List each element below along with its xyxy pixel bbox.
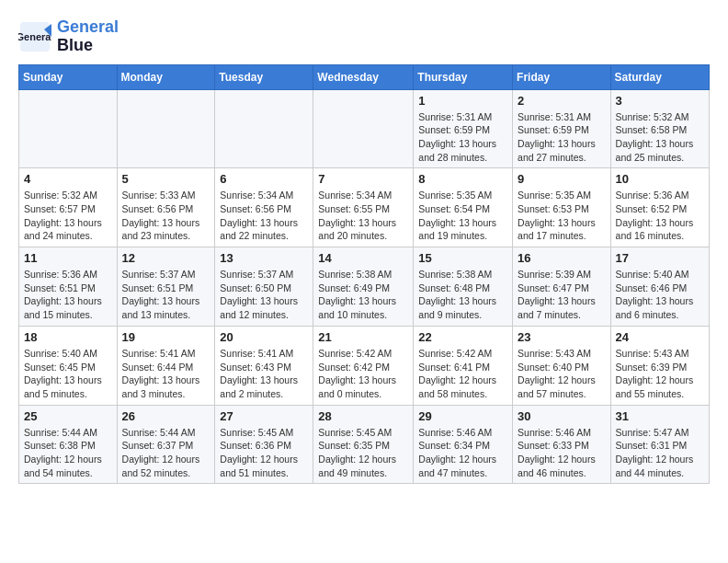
day-number: 27 (220, 409, 308, 423)
calendar-cell: 31Sunrise: 5:47 AMSunset: 6:31 PMDayligh… (610, 405, 709, 484)
calendar-cell: 23Sunrise: 5:43 AMSunset: 6:40 PMDayligh… (513, 326, 611, 405)
day-info: Sunrise: 5:42 AMSunset: 6:42 PMDaylight:… (318, 347, 408, 401)
day-number: 18 (24, 330, 112, 344)
day-info: Sunrise: 5:34 AMSunset: 6:55 PMDaylight:… (318, 189, 408, 243)
day-number: 15 (418, 251, 507, 265)
calendar-cell: 6Sunrise: 5:34 AMSunset: 6:56 PMDaylight… (215, 168, 313, 247)
day-info: Sunrise: 5:46 AMSunset: 6:34 PMDaylight:… (418, 426, 507, 480)
day-info: Sunrise: 5:31 AMSunset: 6:59 PMDaylight:… (518, 110, 606, 165)
calendar-cell: 20Sunrise: 5:41 AMSunset: 6:43 PMDayligh… (215, 326, 313, 405)
calendar-week-row: 1Sunrise: 5:31 AMSunset: 6:59 PMDaylight… (19, 89, 710, 168)
day-number: 28 (318, 409, 408, 423)
calendar-cell: 10Sunrise: 5:36 AMSunset: 6:52 PMDayligh… (610, 168, 709, 247)
calendar-cell: 24Sunrise: 5:43 AMSunset: 6:39 PMDayligh… (610, 326, 709, 405)
day-info: Sunrise: 5:45 AMSunset: 6:36 PMDaylight:… (220, 426, 308, 480)
day-number: 3 (616, 94, 704, 108)
day-number: 26 (122, 409, 210, 423)
calendar-header: SundayMondayTuesdayWednesdayThursdayFrid… (19, 64, 710, 89)
day-info: Sunrise: 5:38 AMSunset: 6:48 PMDaylight:… (418, 268, 507, 322)
day-info: Sunrise: 5:40 AMSunset: 6:45 PMDaylight:… (24, 347, 112, 401)
calendar-week-row: 25Sunrise: 5:44 AMSunset: 6:38 PMDayligh… (19, 405, 710, 484)
day-number: 23 (518, 330, 606, 344)
calendar-week-row: 11Sunrise: 5:36 AMSunset: 6:51 PMDayligh… (19, 247, 710, 327)
day-info: Sunrise: 5:43 AMSunset: 6:40 PMDaylight:… (518, 347, 606, 401)
day-number: 6 (220, 172, 308, 186)
logo-text: GeneralBlue (57, 18, 119, 55)
day-info: Sunrise: 5:34 AMSunset: 6:56 PMDaylight:… (220, 189, 308, 243)
logo: General GeneralBlue (18, 18, 119, 55)
day-number: 1 (418, 94, 507, 108)
calendar-cell: 19Sunrise: 5:41 AMSunset: 6:44 PMDayligh… (117, 326, 215, 405)
calendar-cell: 1Sunrise: 5:31 AMSunset: 6:59 PMDaylight… (414, 89, 513, 168)
day-info: Sunrise: 5:32 AMSunset: 6:57 PMDaylight:… (24, 189, 112, 243)
calendar-cell: 29Sunrise: 5:46 AMSunset: 6:34 PMDayligh… (414, 405, 513, 484)
calendar-cell (313, 89, 414, 168)
calendar-week-row: 18Sunrise: 5:40 AMSunset: 6:45 PMDayligh… (19, 326, 710, 405)
day-number: 24 (616, 330, 704, 344)
weekday-header: Thursday (414, 64, 513, 89)
weekday-header: Saturday (610, 64, 709, 89)
weekday-header: Monday (117, 64, 215, 89)
day-number: 31 (616, 409, 704, 423)
day-info: Sunrise: 5:44 AMSunset: 6:38 PMDaylight:… (24, 426, 112, 480)
calendar-cell: 9Sunrise: 5:35 AMSunset: 6:53 PMDaylight… (513, 168, 611, 247)
weekday-header: Sunday (19, 64, 118, 89)
calendar-cell: 18Sunrise: 5:40 AMSunset: 6:45 PMDayligh… (19, 326, 118, 405)
day-number: 21 (318, 330, 408, 344)
day-number: 19 (122, 330, 210, 344)
calendar-cell: 7Sunrise: 5:34 AMSunset: 6:55 PMDaylight… (313, 168, 414, 247)
day-info: Sunrise: 5:35 AMSunset: 6:54 PMDaylight:… (418, 189, 507, 243)
calendar-cell: 26Sunrise: 5:44 AMSunset: 6:37 PMDayligh… (117, 405, 215, 484)
calendar-cell: 13Sunrise: 5:37 AMSunset: 6:50 PMDayligh… (215, 247, 313, 327)
calendar-cell (215, 89, 313, 168)
day-number: 12 (122, 251, 210, 265)
calendar-cell: 5Sunrise: 5:33 AMSunset: 6:56 PMDaylight… (117, 168, 215, 247)
day-info: Sunrise: 5:46 AMSunset: 6:33 PMDaylight:… (518, 426, 606, 480)
day-info: Sunrise: 5:38 AMSunset: 6:49 PMDaylight:… (318, 268, 408, 322)
calendar-cell: 14Sunrise: 5:38 AMSunset: 6:49 PMDayligh… (313, 247, 414, 327)
calendar-table: SundayMondayTuesdayWednesdayThursdayFrid… (18, 64, 710, 485)
calendar-cell: 12Sunrise: 5:37 AMSunset: 6:51 PMDayligh… (117, 247, 215, 327)
svg-text:General: General (18, 31, 51, 42)
day-number: 25 (24, 409, 112, 423)
day-number: 5 (122, 172, 210, 186)
day-info: Sunrise: 5:35 AMSunset: 6:53 PMDaylight:… (518, 189, 606, 243)
day-info: Sunrise: 5:42 AMSunset: 6:41 PMDaylight:… (418, 347, 507, 401)
calendar-cell: 15Sunrise: 5:38 AMSunset: 6:48 PMDayligh… (414, 247, 513, 327)
day-info: Sunrise: 5:45 AMSunset: 6:35 PMDaylight:… (318, 426, 408, 480)
calendar-cell: 2Sunrise: 5:31 AMSunset: 6:59 PMDaylight… (513, 89, 611, 168)
day-number: 2 (518, 94, 606, 108)
day-number: 14 (318, 251, 408, 265)
calendar-cell: 28Sunrise: 5:45 AMSunset: 6:35 PMDayligh… (313, 405, 414, 484)
day-info: Sunrise: 5:41 AMSunset: 6:43 PMDaylight:… (220, 347, 308, 401)
calendar-cell: 11Sunrise: 5:36 AMSunset: 6:51 PMDayligh… (19, 247, 118, 327)
calendar-cell: 30Sunrise: 5:46 AMSunset: 6:33 PMDayligh… (513, 405, 611, 484)
day-info: Sunrise: 5:43 AMSunset: 6:39 PMDaylight:… (616, 347, 704, 401)
calendar-cell: 27Sunrise: 5:45 AMSunset: 6:36 PMDayligh… (215, 405, 313, 484)
day-info: Sunrise: 5:31 AMSunset: 6:59 PMDaylight:… (418, 110, 507, 165)
day-info: Sunrise: 5:37 AMSunset: 6:51 PMDaylight:… (122, 268, 210, 322)
day-number: 8 (418, 172, 507, 186)
day-number: 11 (24, 251, 112, 265)
weekday-header: Tuesday (215, 64, 313, 89)
day-info: Sunrise: 5:36 AMSunset: 6:52 PMDaylight:… (616, 189, 704, 243)
weekday-header: Wednesday (313, 64, 414, 89)
calendar-cell (117, 89, 215, 168)
calendar-week-row: 4Sunrise: 5:32 AMSunset: 6:57 PMDaylight… (19, 168, 710, 247)
calendar-cell: 4Sunrise: 5:32 AMSunset: 6:57 PMDaylight… (19, 168, 118, 247)
day-number: 20 (220, 330, 308, 344)
calendar-cell: 8Sunrise: 5:35 AMSunset: 6:54 PMDaylight… (414, 168, 513, 247)
calendar-cell: 25Sunrise: 5:44 AMSunset: 6:38 PMDayligh… (19, 405, 118, 484)
day-number: 9 (518, 172, 606, 186)
day-number: 16 (518, 251, 606, 265)
day-info: Sunrise: 5:47 AMSunset: 6:31 PMDaylight:… (616, 426, 704, 480)
day-info: Sunrise: 5:40 AMSunset: 6:46 PMDaylight:… (616, 268, 704, 322)
day-info: Sunrise: 5:32 AMSunset: 6:58 PMDaylight:… (616, 110, 704, 165)
calendar-cell: 22Sunrise: 5:42 AMSunset: 6:41 PMDayligh… (414, 326, 513, 405)
day-info: Sunrise: 5:33 AMSunset: 6:56 PMDaylight:… (122, 189, 210, 243)
logo-icon: General (18, 20, 51, 53)
day-number: 22 (418, 330, 507, 344)
page-header: General GeneralBlue (18, 18, 710, 55)
day-number: 13 (220, 251, 308, 265)
day-number: 7 (318, 172, 408, 186)
